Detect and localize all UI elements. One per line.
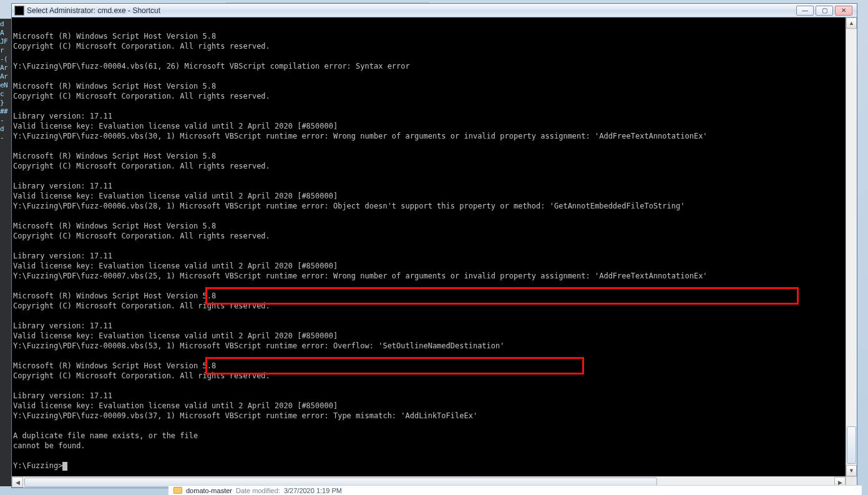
terminal-line <box>13 351 846 361</box>
terminal-line <box>13 141 846 151</box>
maximize-icon: ▢ <box>822 7 827 14</box>
vscroll-track[interactable] <box>846 29 857 465</box>
terminal-line <box>13 421 846 431</box>
chevron-down-icon: ▼ <box>849 468 854 474</box>
explorer-modified-value: 3/27/2020 1:19 PM <box>284 487 342 494</box>
vscroll-thumb[interactable] <box>847 426 856 464</box>
terminal-line <box>13 381 846 391</box>
explorer-details-strip: domato-master Date modified: 3/27/2020 1… <box>168 485 862 495</box>
folder-icon <box>173 487 182 494</box>
terminal-line: Y:\Fuzzing\PDF\fuzz-00006.vbs(28, 1) Mic… <box>13 201 846 211</box>
terminal-line: Y:\Fuzzing\PDF\fuzz-00008.vbs(53, 1) Mic… <box>13 341 846 351</box>
terminal-line: Copyright (C) Microsoft Corporation. All… <box>13 91 846 101</box>
terminal-line: Y:\Fuzzing\PDF\fuzz-00005.vbs(30, 1) Mic… <box>13 131 846 141</box>
minimize-icon: — <box>802 7 808 14</box>
terminal-line: Microsoft (R) Windows Script Host Versio… <box>13 151 846 161</box>
terminal-line: Valid license key: Evaluation license va… <box>13 401 846 411</box>
terminal-line: Microsoft (R) Windows Script Host Versio… <box>13 81 846 91</box>
terminal-line <box>13 71 846 81</box>
terminal-line: Valid license key: Evaluation license va… <box>13 331 846 341</box>
vertical-scrollbar[interactable]: ▲ ▼ <box>846 17 857 476</box>
terminal-line: Library version: 17.11 <box>13 391 846 401</box>
terminal-line: Microsoft (R) Windows Script Host Versio… <box>13 221 846 231</box>
terminal-line: Library version: 17.11 <box>13 321 846 331</box>
scroll-left-button[interactable]: ◀ <box>12 477 23 488</box>
cmd-icon <box>14 6 24 16</box>
chevron-right-icon: ▶ <box>838 479 842 486</box>
terminal-line: Y:\Fuzzing\PDF\fuzz-00004.vbs(61, 26) Mi… <box>13 61 846 71</box>
terminal-line: Copyright (C) Microsoft Corporation. All… <box>13 371 846 381</box>
explorer-modified-label: Date modified: <box>236 487 280 494</box>
terminal-line <box>13 241 846 251</box>
terminal-line: Valid license key: Evaluation license va… <box>13 121 846 131</box>
cursor <box>62 462 67 471</box>
terminal-line <box>13 311 846 321</box>
close-button[interactable]: ✕ <box>835 6 852 16</box>
terminal-line: Valid license key: Evaluation license va… <box>13 191 846 201</box>
titlebar[interactable]: Select Administrator: cmd.exe - Shortcut… <box>12 4 857 17</box>
terminal-line: Y:\Fuzzing> <box>13 461 846 471</box>
terminal-line: Microsoft (R) Windows Script Host Versio… <box>13 291 846 301</box>
terminal-line: Copyright (C) Microsoft Corporation. All… <box>13 301 846 311</box>
terminal-line <box>13 101 846 111</box>
client-area: Microsoft (R) Windows Script Host Versio… <box>12 17 857 488</box>
terminal-line: Y:\Fuzzing\PDF\fuzz-00009.vbs(37, 1) Mic… <box>13 411 846 421</box>
terminal-line: Copyright (C) Microsoft Corporation. All… <box>13 231 846 241</box>
terminal-line: cannot be found. <box>13 441 846 451</box>
cmd-window: Select Administrator: cmd.exe - Shortcut… <box>11 3 857 488</box>
editor-gutter-background: d A JF r -( Ar Ar eN c } ## - d - <box>0 19 11 486</box>
minimize-button[interactable]: — <box>796 6 814 16</box>
chevron-up-icon: ▲ <box>849 20 854 26</box>
terminal-line: Valid license key: Evaluation license va… <box>13 261 846 271</box>
terminal-line: Copyright (C) Microsoft Corporation. All… <box>13 41 846 51</box>
window-title: Select Administrator: cmd.exe - Shortcut <box>27 6 164 15</box>
maximize-button[interactable]: ▢ <box>816 6 833 16</box>
close-icon: ✕ <box>841 7 846 14</box>
scroll-up-button[interactable]: ▲ <box>846 17 857 29</box>
terminal-line: Microsoft (R) Windows Script Host Versio… <box>13 31 846 41</box>
terminal-line: Library version: 17.11 <box>13 251 846 261</box>
chevron-left-icon: ◀ <box>16 479 20 486</box>
explorer-item-name: domato-master <box>186 487 232 494</box>
terminal-line <box>13 171 846 181</box>
window-buttons: — ▢ ✕ <box>796 6 857 16</box>
scroll-down-button[interactable]: ▼ <box>846 465 857 476</box>
terminal-line <box>13 21 846 31</box>
terminal-line <box>13 51 846 61</box>
terminal-output[interactable]: Microsoft (R) Windows Script Host Versio… <box>12 17 846 476</box>
terminal-line: Microsoft (R) Windows Script Host Versio… <box>13 361 846 371</box>
terminal-line: A duplicate file name exists, or the fil… <box>13 431 846 441</box>
terminal-line <box>13 451 846 461</box>
terminal-line <box>13 211 846 221</box>
terminal-line: Copyright (C) Microsoft Corporation. All… <box>13 161 846 171</box>
terminal-line: Library version: 17.11 <box>13 181 846 191</box>
terminal-line: Y:\Fuzzing\PDF\fuzz-00007.vbs(25, 1) Mic… <box>13 271 846 281</box>
terminal-line <box>13 281 846 291</box>
terminal-line: Library version: 17.11 <box>13 111 846 121</box>
